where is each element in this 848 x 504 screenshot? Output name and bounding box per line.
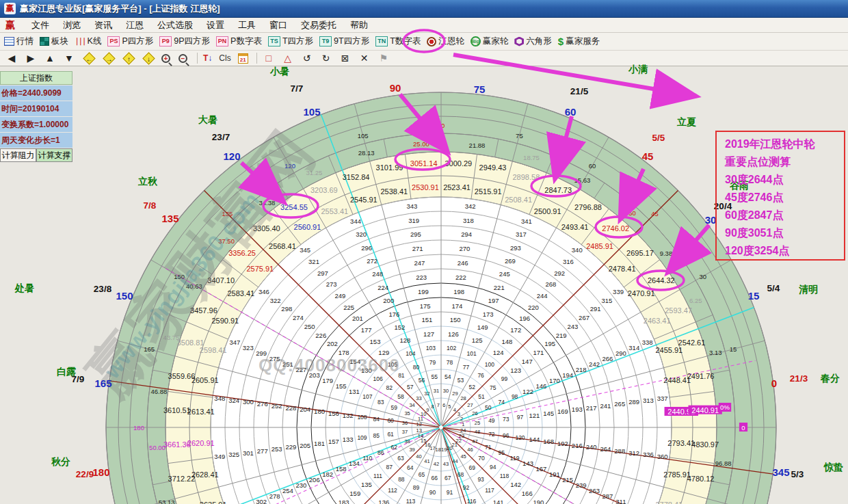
app-icon: 赢 [4, 3, 16, 14]
toolbar-button-K线[interactable]: ᛁᛁᛁK线 [75, 36, 101, 47]
toolbar-button-9T四方形[interactable]: T99T四方形 [319, 36, 369, 47]
callout-line-1: 重要点位测算 [725, 153, 844, 171]
calendar-icon[interactable]: 21 [238, 53, 248, 64]
menu-item-窗口[interactable]: 窗口 [263, 20, 294, 30]
fit-icon[interactable]: ✕ [358, 53, 371, 64]
parameter-panel: 上证指数 价格=2440.9099时间=20190104变换系数=1.00000… [0, 71, 72, 162]
toolbar-button-六角形[interactable]: 六角形 [514, 36, 552, 47]
menu-item-工具[interactable]: 工具 [231, 20, 263, 30]
menu-item-设置[interactable]: 设置 [200, 20, 231, 30]
title-bar: 赢 赢家江恩专业版[赢家服务平台] - [上证指数 江恩轮] [0, 0, 848, 18]
menu-bar: 赢 文件浏览资讯江恩公式选股设置工具窗口交易委托帮助 [0, 18, 848, 33]
zoom-in-icon[interactable]: + [161, 54, 170, 63]
toolbar-label: 行情 [16, 36, 34, 47]
toolbar-button-江恩轮[interactable]: 江恩轮 [427, 36, 464, 47]
ps-badge-icon: PS [107, 36, 120, 47]
ts-badge-icon: TS [268, 36, 280, 47]
toolbar-label: T四方形 [282, 36, 313, 47]
toolbar-label: T数字表 [390, 36, 421, 47]
window-title: 赢家江恩专业版[赢家服务平台] - [上证指数 江恩轮] [20, 3, 220, 15]
toolbar-button-P数字表[interactable]: PNP数字表 [216, 36, 262, 47]
menu-item-帮助[interactable]: 帮助 [343, 20, 375, 30]
winner-wheel-icon: Big [471, 36, 481, 47]
menu-item-资讯[interactable]: 资讯 [88, 20, 119, 30]
boxed-x-icon[interactable]: ⊠ [339, 53, 352, 64]
toolbar-label: P数字表 [230, 36, 262, 47]
tn-badge-icon: TN [375, 36, 388, 47]
toolbar-label: 9T四方形 [334, 36, 369, 47]
panel-row-3: 周天变化步长=1 [0, 133, 72, 148]
annotation-callout-box: 2019年江恩轮中轮重要点位测算30度2644点45度2746点60度2847点… [715, 131, 845, 261]
symbol-title: 上证指数 [0, 71, 72, 85]
toolbar-button-赢家服务[interactable]: $赢家服务 [558, 36, 600, 47]
t9-badge-icon: T9 [319, 36, 332, 47]
toolbar-button-行情[interactable]: 行情 [4, 36, 34, 47]
toolbar-label: 板块 [51, 36, 68, 47]
cls-icon[interactable]: Cls [219, 53, 230, 63]
gann-wheel-icon [427, 37, 436, 47]
toolbar-label: 江恩轮 [438, 36, 464, 47]
toolbar-button-板块[interactable]: 板块 [40, 36, 68, 47]
square-icon[interactable]: □ [263, 53, 275, 64]
callout-line-2: 30度2644点 [725, 171, 844, 189]
menu-item-公式选股[interactable]: 公式选股 [150, 20, 200, 30]
toolbar-button-9P四方形[interactable]: P99P四方形 [159, 36, 210, 47]
pn-badge-icon: PN [216, 36, 228, 47]
button-计算阻力[interactable]: 计算阻力 [0, 148, 36, 162]
toolbar-button-P四方形[interactable]: PSP四方形 [107, 36, 153, 47]
panel-row-2: 变换系数=1.00000 [0, 117, 72, 132]
toolbar-separator [197, 53, 198, 64]
hexagon-icon [514, 37, 524, 47]
callout-line-3: 45度2746点 [725, 189, 844, 207]
blocks-icon [40, 37, 49, 46]
nav-right-icon[interactable]: ▶ [25, 53, 37, 64]
toolbar-label: 赢家服务 [566, 36, 600, 47]
toolbar-button-T四方形[interactable]: TST四方形 [268, 36, 313, 47]
p9-badge-icon: P9 [159, 36, 172, 47]
toolbar-label: K线 [88, 36, 102, 47]
nav-up-icon[interactable]: ▲ [44, 53, 56, 64]
menu-item-浏览[interactable]: 浏览 [56, 20, 88, 30]
toolbar-button-T数字表[interactable]: TNT数字表 [375, 36, 421, 47]
main-toolbar: 行情板块ᛁᛁᛁK线PSP四方形P99P四方形PNP数字表TST四方形T99T四方… [0, 33, 848, 51]
toolbar-label: P四方形 [122, 36, 153, 47]
nav-left-icon[interactable]: ◀ [5, 53, 18, 64]
menu-item-江恩[interactable]: 江恩 [119, 20, 150, 30]
button-计算支撑[interactable]: 计算支撑 [36, 148, 72, 162]
diamond-up-icon[interactable]: ↑ [122, 52, 135, 64]
pin-icon[interactable]: ⚑ [377, 53, 390, 64]
diamond-down-icon[interactable]: ↓ [142, 52, 155, 64]
dollar-icon: $ [558, 36, 564, 47]
toolbar-label: 六角形 [526, 36, 552, 47]
diamond-left-icon[interactable]: ← [83, 52, 95, 64]
nav-down-icon[interactable]: ▼ [63, 53, 75, 64]
diamond-right-icon[interactable]: → [103, 52, 115, 64]
zoom-out-icon[interactable]: − [178, 54, 187, 63]
toolbar-label: 9P四方形 [174, 36, 210, 47]
menu-item-交易委托[interactable]: 交易委托 [294, 20, 343, 30]
panel-row-0: 价格=2440.9099 [0, 85, 72, 101]
callout-line-6: 120度3254点 [725, 242, 844, 260]
toolbar-separator [256, 53, 257, 64]
rotate-ccw-icon[interactable]: ↺ [301, 53, 313, 64]
menu-item-文件[interactable]: 文件 [25, 20, 56, 30]
kline-icon: ᛁᛁᛁ [75, 37, 85, 47]
market-grid-icon [4, 37, 14, 46]
triangle-icon[interactable]: △ [282, 53, 294, 64]
drawing-toolbar: ◀▶▲▼←→↑↓+−T↓Cls21□△↺↻⊠✕⚑ [0, 51, 848, 66]
main-area: 上证指数 价格=2440.9099时间=20190104变换系数=1.00000… [0, 66, 848, 504]
panel-row-1: 时间=20190104 [0, 101, 72, 116]
t-updown-icon[interactable]: T↓ [203, 53, 212, 63]
callout-line-0: 2019年江恩轮中轮 [725, 135, 844, 153]
menu-logo-icon: 赢 [5, 19, 15, 31]
toolbar-button-赢家轮[interactable]: Big赢家轮 [471, 36, 509, 47]
callout-line-5: 90度3051点 [725, 224, 844, 242]
rotate-cw-icon[interactable]: ↻ [320, 53, 332, 64]
toolbar-label: 赢家轮 [483, 36, 509, 47]
callout-line-4: 60度2847点 [725, 207, 844, 224]
